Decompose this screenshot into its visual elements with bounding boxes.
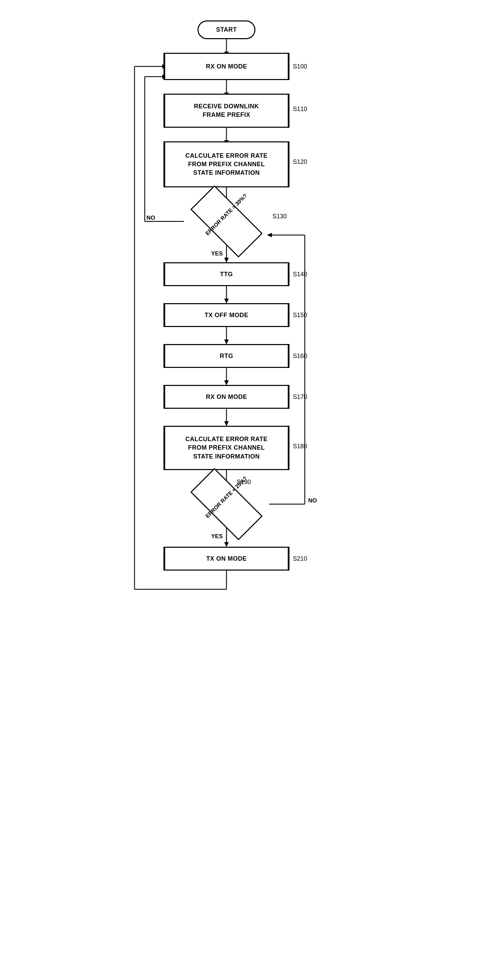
svg-marker-19: [224, 380, 229, 385]
s130-no-label: NO: [146, 215, 155, 221]
s170-step: S170: [293, 393, 307, 401]
svg-marker-25: [224, 542, 229, 547]
s160-label: RTG: [220, 353, 233, 360]
svg-marker-17: [224, 340, 229, 344]
s210-label: TX ON MODE: [206, 555, 247, 562]
s100-label: RX ON MODE: [206, 63, 247, 70]
s160-node: RTG: [164, 344, 290, 368]
s110-node: RECEIVE DOWNLINK FRAME PREFIX: [164, 94, 290, 128]
s180-label: CALCULATE ERROR RATE FROM PREFIX CHANNEL…: [185, 435, 267, 461]
s180-step: S180: [293, 443, 307, 450]
s210-step: S210: [293, 555, 307, 562]
s190-node: [190, 468, 263, 540]
s150-label: TX OFF MODE: [205, 312, 248, 319]
s170-node: RX ON MODE: [164, 385, 290, 409]
s180-node: CALCULATE ERROR RATE FROM PREFIX CHANNEL…: [164, 426, 290, 470]
s190-step: S190: [237, 479, 251, 486]
s120-step: S120: [293, 158, 307, 165]
svg-marker-15: [224, 299, 229, 303]
svg-marker-21: [224, 422, 229, 426]
start-label: START: [216, 26, 237, 33]
s110-label: RECEIVE DOWNLINK FRAME PREFIX: [194, 102, 259, 119]
s160-step: S160: [293, 353, 307, 360]
s120-label: CALCULATE ERROR RATE FROM PREFIX CHANNEL…: [185, 151, 267, 177]
s150-step: S150: [293, 312, 307, 319]
s100-node: RX ON MODE: [164, 53, 290, 80]
s110-step: S110: [293, 106, 307, 113]
s130-node: [190, 185, 263, 258]
s210-node: TX ON MODE: [164, 547, 290, 571]
svg-marker-9: [224, 258, 229, 262]
s170-label: RX ON MODE: [206, 393, 247, 401]
s130-step: S130: [272, 213, 287, 220]
s190-no-label: NO: [308, 497, 317, 504]
start-node: START: [197, 21, 255, 39]
s140-node: TTG: [164, 262, 290, 286]
s140-step: S140: [293, 271, 307, 278]
s120-node: CALCULATE ERROR RATE FROM PREFIX CHANNEL…: [164, 142, 290, 187]
s100-step: S100: [293, 63, 307, 70]
s140-label: TTG: [220, 271, 233, 278]
s190-yes-label: YES: [211, 533, 223, 540]
s130-yes-label: YES: [211, 250, 223, 257]
s150-node: TX OFF MODE: [164, 303, 290, 327]
